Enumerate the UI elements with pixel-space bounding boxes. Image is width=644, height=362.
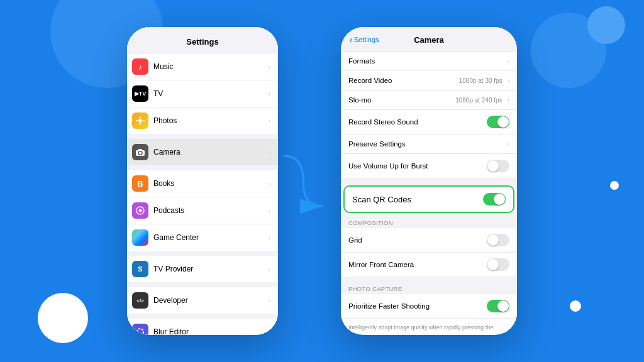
scan-qr-section: Scan QR Codes: [341, 183, 517, 216]
svg-rect-7: [138, 149, 142, 151]
svg-rect-2: [140, 123, 141, 125]
settings-list: Settings ♪ Music › ▶TV TV › Photos: [127, 27, 278, 335]
section-camera: Camera ›: [127, 139, 278, 165]
mirror-label: Mirror Front Camera: [348, 261, 487, 268]
mirror-toggle-knob: [487, 259, 499, 270]
music-chevron: ›: [269, 63, 270, 70]
composition-section: Grid Mirror Front Camera: [341, 228, 517, 277]
camera-item-preserve[interactable]: Preserve Settings ›: [341, 134, 517, 154]
formats-label: Formats: [348, 57, 505, 65]
section-developer: </> Developer ›: [127, 287, 278, 314]
photos-icon: [132, 112, 148, 129]
gamecenter-icon: [132, 229, 148, 246]
arrow-container: [291, 143, 328, 219]
camera-item-mirror[interactable]: Mirror Front Camera: [341, 253, 517, 277]
developer-label: Developer: [153, 296, 266, 305]
settings-item-photos[interactable]: Photos ›: [127, 107, 278, 134]
tvprovider-icon: S: [132, 261, 148, 277]
recordvideo-label: Record Video: [348, 77, 459, 84]
tv-chevron: ›: [269, 90, 270, 97]
blur-label: Blur Editor: [153, 327, 266, 335]
preserve-label: Preserve Settings: [348, 140, 505, 148]
photos-label: Photos: [153, 116, 266, 125]
settings-item-tv[interactable]: ▶TV TV ›: [127, 80, 278, 107]
svg-rect-3: [136, 120, 138, 121]
camera-item-slomo[interactable]: Slo-mo 1080p at 240 fps ›: [341, 90, 517, 110]
grid-toggle[interactable]: [487, 234, 509, 246]
camera-item-prioritize-desc: Intelligently adapt image quality when r…: [341, 319, 517, 333]
settings-item-blur[interactable]: Blur Editor ›: [127, 319, 278, 335]
settings-item-developer[interactable]: </> Developer ›: [127, 287, 278, 314]
blur-chevron: ›: [269, 329, 270, 336]
camera-icon: [132, 144, 148, 160]
photos-chevron: ›: [269, 118, 270, 124]
camera-section-1: Formats › Record Video 1080p at 30 fps ›…: [341, 52, 517, 178]
right-phone: ‹ Settings Camera Formats › Record Video…: [341, 27, 517, 335]
volumeburst-toggle[interactable]: [487, 160, 509, 172]
back-button[interactable]: ‹ Settings: [350, 35, 379, 45]
volumeburst-toggle-knob: [487, 160, 499, 172]
svg-point-9: [139, 209, 142, 212]
recordvideo-value: 1080p at 30 fps: [459, 77, 502, 84]
camera-item-grid[interactable]: Grid: [341, 228, 517, 253]
section-1: ♪ Music › ▶TV TV › Photos ›: [127, 53, 278, 134]
slomo-chevron: ›: [508, 97, 509, 104]
grid-toggle-knob: [487, 234, 499, 246]
camera-chevron: ›: [269, 149, 270, 156]
music-icon: ♪: [132, 58, 148, 75]
settings-item-music[interactable]: ♪ Music ›: [127, 53, 278, 80]
mirror-toggle[interactable]: [487, 258, 509, 271]
camera-item-recordvideo[interactable]: Record Video 1080p at 30 fps ›: [341, 71, 517, 90]
composition-header: COMPOSITION: [341, 216, 517, 228]
tvprovider-label: TV Provider: [153, 265, 266, 273]
stereo-toggle-knob: [497, 116, 509, 128]
volumeburst-label: Use Volume Up for Burst: [348, 162, 487, 170]
developer-icon: </>: [132, 292, 148, 309]
developer-chevron: ›: [269, 297, 270, 304]
camera-item-prioritize[interactable]: Prioritize Faster Shooting: [341, 294, 517, 319]
scan-qr-row[interactable]: Scan QR Codes: [343, 185, 514, 213]
prioritize-toggle-knob: [497, 300, 509, 312]
section-tvprovider: S TV Provider ›: [127, 256, 278, 282]
prioritize-desc: Intelligently adapt image quality when r…: [348, 324, 509, 333]
settings-item-gamecenter[interactable]: Game Center ›: [127, 224, 278, 251]
camera-label: Camera: [153, 148, 266, 156]
books-chevron: ›: [269, 180, 270, 187]
stereo-label: Record Stereo Sound: [348, 118, 487, 126]
svg-rect-4: [143, 120, 145, 121]
back-chevron-icon: ‹: [350, 35, 353, 45]
stereo-toggle[interactable]: [487, 116, 509, 128]
music-label: Music: [153, 62, 266, 71]
podcasts-label: Podcasts: [153, 206, 266, 215]
podcasts-icon: [132, 202, 148, 219]
photocapture-header: PHOTO CAPTURE: [341, 282, 517, 294]
photocapture-section-wrapper: PHOTO CAPTURE Prioritize Faster Shooting…: [341, 282, 517, 333]
settings-item-books[interactable]: B Books ›: [127, 170, 278, 197]
scan-qr-toggle[interactable]: [483, 193, 506, 206]
svg-point-10: [137, 329, 143, 335]
camera-item-volumeburst[interactable]: Use Volume Up for Burst: [341, 154, 517, 178]
left-phone: Settings ♪ Music › ▶TV TV › Photos: [127, 27, 278, 335]
camera-item-stereo[interactable]: Record Stereo Sound: [341, 110, 517, 134]
prioritize-label: Prioritize Faster Shooting: [348, 302, 487, 310]
grid-label: Grid: [348, 236, 487, 244]
svg-rect-1: [140, 116, 141, 118]
back-label: Settings: [354, 36, 379, 43]
camera-item-formats[interactable]: Formats ›: [341, 52, 517, 71]
recordvideo-chevron: ›: [508, 77, 509, 84]
books-label: Books: [153, 179, 266, 188]
tv-icon: ▶TV: [132, 85, 148, 102]
books-icon: B: [132, 175, 148, 192]
settings-item-podcasts[interactable]: Podcasts ›: [127, 197, 278, 224]
camera-page-title: Camera: [414, 35, 444, 45]
slomo-label: Slo-mo: [348, 96, 455, 104]
prioritize-toggle[interactable]: [487, 300, 509, 312]
settings-item-camera[interactable]: Camera ›: [127, 139, 278, 165]
main-container: Settings ♪ Music › ▶TV TV › Photos: [0, 0, 644, 362]
settings-item-tvprovider[interactable]: S TV Provider ›: [127, 256, 278, 282]
podcasts-chevron: ›: [269, 207, 270, 214]
arrow-svg: [278, 131, 328, 231]
gamecenter-chevron: ›: [269, 234, 270, 241]
gamecenter-label: Game Center: [153, 233, 266, 242]
photocapture-section: Prioritize Faster Shooting Intelligently…: [341, 294, 517, 333]
